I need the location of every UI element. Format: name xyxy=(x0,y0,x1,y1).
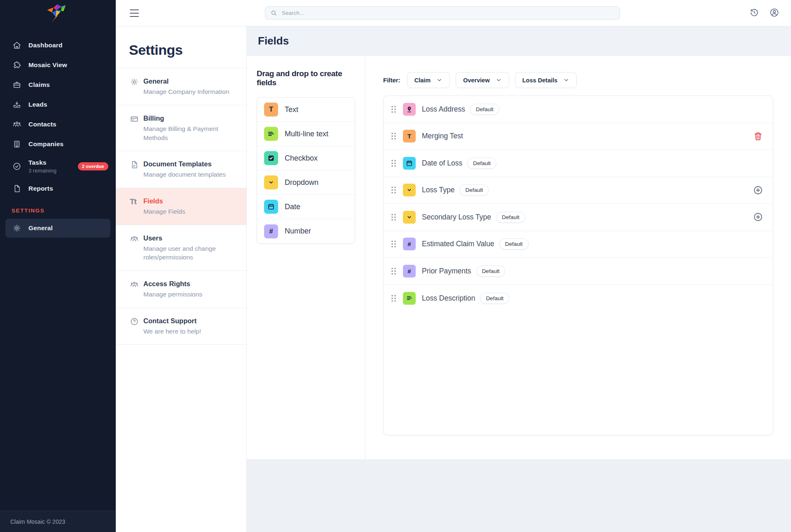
palette-item-multiline[interactable]: Multi-line text xyxy=(257,122,355,146)
sidebar-item-dashboard[interactable]: Dashboard xyxy=(0,35,116,55)
multiline-icon xyxy=(403,292,416,305)
settings-item-general[interactable]: General Manage Company Information xyxy=(116,68,246,105)
settings-item-billing[interactable]: Billing Manage Billing & Payment Methods xyxy=(116,105,246,151)
text-icon: T xyxy=(264,103,278,117)
settings-item-title: Document Templates xyxy=(143,160,238,168)
filter-dropdown-claim[interactable]: Claim xyxy=(407,72,450,88)
check-circle-icon xyxy=(12,162,21,171)
settings-item-document-templates[interactable]: Document Templates Manage document templ… xyxy=(116,151,246,188)
field-name: Loss Address xyxy=(422,105,465,114)
inbox-in-icon xyxy=(12,100,21,109)
checkbox-icon xyxy=(264,151,278,165)
search-icon xyxy=(270,9,277,16)
drag-handle-icon[interactable] xyxy=(391,213,396,221)
field-row-prior-payments: # Prior Payments Default xyxy=(384,258,773,285)
default-badge: Default xyxy=(499,238,529,250)
hamburger-menu-icon[interactable] xyxy=(130,9,139,17)
dropdown-icon xyxy=(264,175,278,189)
location-icon xyxy=(403,103,416,116)
bottom-background xyxy=(247,459,791,532)
credit-card-icon xyxy=(130,114,139,124)
help-circle-icon xyxy=(130,317,139,326)
sidebar-item-leads[interactable]: Leads xyxy=(0,95,116,114)
field-name: Merging Test xyxy=(422,132,463,140)
chevron-down-icon xyxy=(436,77,442,83)
dropdown-icon xyxy=(403,184,416,196)
search-box[interactable] xyxy=(265,6,620,20)
settings-item-description: Manage Company Information xyxy=(143,87,238,96)
drag-handle-icon[interactable] xyxy=(391,294,396,302)
palette-card: T Text Multi-line text Checkbox xyxy=(257,97,355,244)
default-badge: Default xyxy=(480,293,509,304)
palette-item-dropdown[interactable]: Dropdown xyxy=(257,170,355,195)
palette-item-checkbox[interactable]: Checkbox xyxy=(257,146,355,170)
text-icon: T xyxy=(403,130,416,142)
sidebar-item-label: Dashboard xyxy=(28,42,63,49)
history-icon[interactable] xyxy=(749,7,759,18)
field-name: Secondary Loss Type xyxy=(422,213,491,222)
fields-list-column: Filter: Claim Overview Loss Details xyxy=(365,56,791,459)
sidebar-item-settings-general[interactable]: General xyxy=(5,219,110,238)
briefcase-icon xyxy=(12,80,21,89)
palette-item-text[interactable]: T Text xyxy=(257,98,355,122)
tasks-remaining-text: 3 remaining xyxy=(28,168,56,174)
sidebar-item-label: Mosaic View xyxy=(28,61,67,69)
default-badge: Default xyxy=(467,158,496,169)
filter-label: Filter: xyxy=(383,77,400,84)
drag-handle-icon[interactable] xyxy=(391,105,396,113)
gear-icon xyxy=(130,77,139,86)
sidebar-item-reports[interactable]: Reports xyxy=(0,179,116,198)
people-group-icon xyxy=(12,120,21,129)
drag-handle-icon[interactable] xyxy=(391,159,396,167)
filter-row: Filter: Claim Overview Loss Details xyxy=(383,72,791,88)
sidebar-item-contacts[interactable]: Contacts xyxy=(0,114,116,134)
sidebar-item-claims[interactable]: Claims xyxy=(0,75,116,95)
add-option-icon[interactable] xyxy=(753,212,763,222)
user-account-icon[interactable] xyxy=(769,7,779,18)
date-icon xyxy=(403,157,416,170)
overdue-badge: 2 overdue xyxy=(78,162,108,170)
sidebar-item-companies[interactable]: Companies xyxy=(0,134,116,154)
copyright-text: Claim Mosaic © 2023 xyxy=(10,518,65,525)
number-icon: # xyxy=(403,265,416,278)
search-input[interactable] xyxy=(281,9,615,16)
settings-item-description: Manage Fields xyxy=(143,207,238,216)
settings-item-title: General xyxy=(143,77,238,86)
field-name: Loss Type xyxy=(422,186,454,194)
home-icon xyxy=(12,41,21,50)
settings-item-description: Manage Billing & Payment Methods xyxy=(143,124,238,142)
palette-item-number[interactable]: # Number xyxy=(257,219,355,243)
field-row-date-of-loss: Date of Loss Default xyxy=(384,150,773,177)
drag-handle-icon[interactable] xyxy=(391,132,396,140)
settings-item-title: Users xyxy=(143,234,238,243)
palette-item-date[interactable]: Date xyxy=(257,195,355,219)
sidebar-item-label: Tasks xyxy=(28,159,56,166)
main-content: Fields Drag and drop to create fields T … xyxy=(247,26,791,532)
add-option-icon[interactable] xyxy=(753,185,763,195)
delete-trash-icon[interactable] xyxy=(753,131,763,141)
default-badge: Default xyxy=(470,104,499,115)
settings-item-contact-support[interactable]: Contact Support We are here to help! xyxy=(116,308,246,345)
drag-handle-icon[interactable] xyxy=(391,240,396,248)
settings-list: General Manage Company Information Billi… xyxy=(116,68,246,345)
drag-handle-icon[interactable] xyxy=(391,186,396,194)
document-icon xyxy=(130,160,139,169)
settings-item-fields[interactable]: Tt Fields Manage Fields xyxy=(116,188,246,225)
settings-item-title: Contact Support xyxy=(143,317,238,325)
field-row-estimated-claim-value: # Estimated Claim Value Default xyxy=(384,231,773,258)
app-logo-hummingbird-icon xyxy=(44,2,68,25)
default-badge: Default xyxy=(459,184,489,196)
field-row-loss-description: Loss Description Default xyxy=(384,285,773,312)
people-group-icon xyxy=(130,280,139,289)
drag-handle-icon[interactable] xyxy=(391,267,396,275)
filter-dropdown-overview[interactable]: Overview xyxy=(456,72,509,88)
settings-item-description: We are here to help! xyxy=(143,327,238,336)
puzzle-icon xyxy=(12,61,21,70)
settings-item-users[interactable]: Users Manage user and change roles/permi… xyxy=(116,225,246,271)
filter-dropdown-loss-details[interactable]: Loss Details xyxy=(515,72,577,88)
settings-item-access-rights[interactable]: Access Rights Manage permissions xyxy=(116,271,246,308)
sidebar-item-tasks[interactable]: Tasks 3 remaining 2 overdue xyxy=(0,154,116,179)
settings-item-title: Access Rights xyxy=(143,280,238,288)
sidebar-item-mosaic-view[interactable]: Mosaic View xyxy=(0,55,116,75)
sidebar: Dashboard Mosaic View Claims Leads Conta… xyxy=(0,0,116,532)
